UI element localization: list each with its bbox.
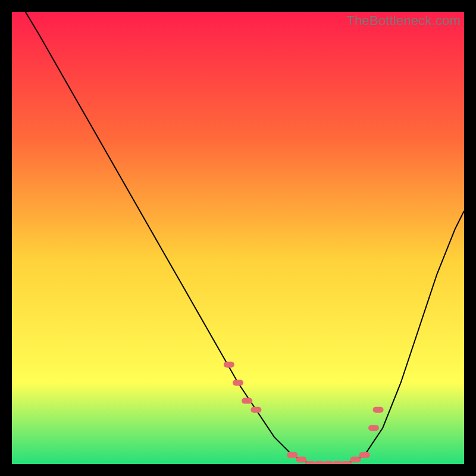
marker-point bbox=[341, 461, 352, 464]
marker-point bbox=[250, 407, 261, 413]
marker-point bbox=[287, 452, 298, 458]
bottleneck-chart bbox=[12, 12, 464, 464]
marker-point bbox=[242, 398, 252, 404]
chart-frame: TheBottleneck.com bbox=[12, 12, 464, 464]
marker-point bbox=[359, 452, 370, 458]
gradient-background bbox=[12, 12, 464, 464]
marker-point bbox=[350, 456, 361, 462]
marker-point bbox=[233, 380, 243, 386]
marker-point bbox=[373, 407, 384, 413]
watermark-text: TheBottleneck.com bbox=[346, 13, 461, 29]
marker-point bbox=[296, 456, 306, 462]
marker-point bbox=[224, 362, 234, 368]
marker-point bbox=[368, 425, 379, 431]
